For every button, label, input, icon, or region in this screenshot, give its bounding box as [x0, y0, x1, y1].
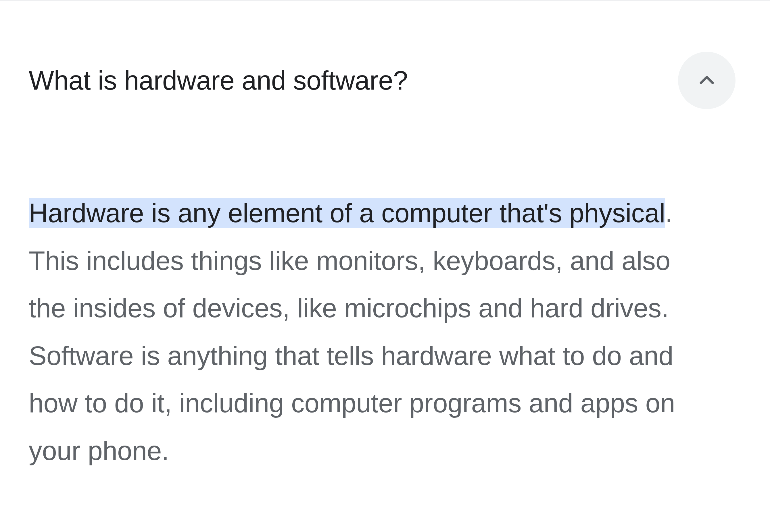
chevron-up-icon [697, 70, 717, 90]
collapse-button[interactable] [678, 52, 736, 109]
faq-header[interactable]: What is hardware and software? [29, 52, 741, 109]
answer-highlighted-text: Hardware is any element of a computer th… [29, 198, 665, 228]
top-divider [0, 0, 770, 1]
faq-item: What is hardware and software? Hardware … [0, 0, 770, 503]
faq-answer: Hardware is any element of a computer th… [29, 189, 741, 475]
faq-question: What is hardware and software? [29, 65, 408, 96]
answer-rest-text: . This includes things like monitors, ke… [29, 198, 675, 466]
